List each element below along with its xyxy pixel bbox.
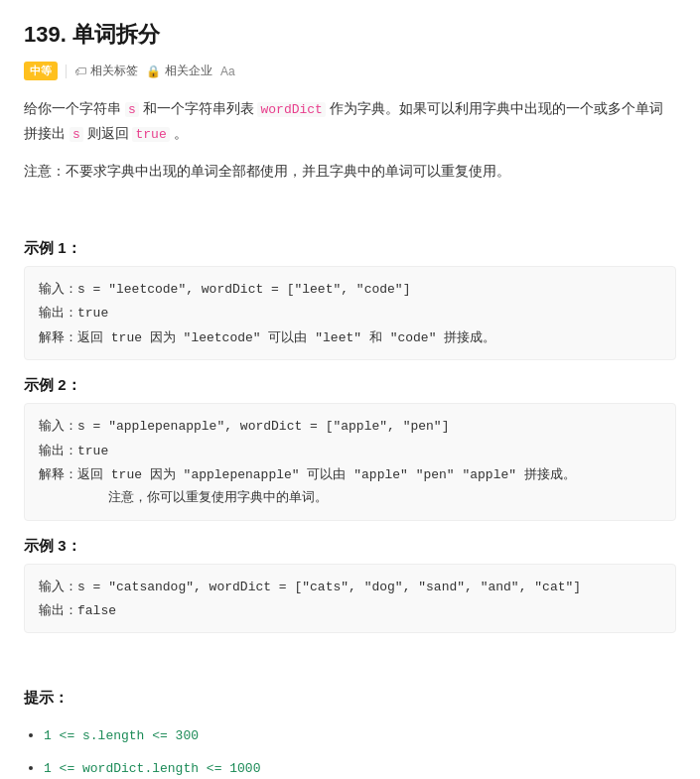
example-3-title: 示例 3： xyxy=(24,537,676,556)
example-1: 示例 1： 输入：s = "leetcode", wordDict = ["le… xyxy=(24,239,676,360)
example-1-output: 输出：true xyxy=(39,301,661,325)
example-2: 示例 2： 输入：s = "applepenapple", wordDict =… xyxy=(24,376,676,521)
hint-item-1: 1 <= s.length <= 300 xyxy=(44,719,676,751)
tag-icon: 🏷 xyxy=(74,65,86,78)
s-code: s xyxy=(125,102,139,117)
hint-item-2: 1 <= wordDict.length <= 1000 xyxy=(44,752,676,779)
example-2-input: 输入：s = "applepenapple", wordDict = ["app… xyxy=(39,414,661,438)
font-size-icon: Aa xyxy=(220,65,235,78)
example-3-box: 输入：s = "catsandog", wordDict = ["cats", … xyxy=(24,564,676,634)
example-3-output: 输出：false xyxy=(39,598,661,622)
difficulty-badge[interactable]: 中等 xyxy=(24,62,58,80)
hints-list: 1 <= s.length <= 300 1 <= wordDict.lengt… xyxy=(24,719,676,779)
example-2-explanation: 解释：返回 true 因为 "applepenapple" 可以由 "apple… xyxy=(39,462,661,510)
related-companies-button[interactable]: 🔒 相关企业 xyxy=(146,63,212,79)
hints-title: 提示： xyxy=(24,689,676,708)
example-2-box: 输入：s = "applepenapple", wordDict = ["app… xyxy=(24,403,676,521)
true-code: true xyxy=(132,127,169,142)
lock-icon: 🔒 xyxy=(146,65,161,78)
description: 给你一个字符串 s 和一个字符串列表 wordDict 作为字典。如果可以利用字… xyxy=(24,96,676,147)
example-3: 示例 3： 输入：s = "catsandog", wordDict = ["c… xyxy=(24,537,676,634)
spacer-2 xyxy=(24,649,676,669)
example-3-input: 输入：s = "catsandog", wordDict = ["cats", … xyxy=(39,575,661,598)
related-tags-button[interactable]: 🏷 相关标签 xyxy=(74,63,138,79)
note: 注意：不要求字典中出现的单词全部都使用，并且字典中的单词可以重复使用。 xyxy=(24,159,676,184)
example-1-explanation: 解释：返回 true 因为 "leetcode" 可以由 "leet" 和 "c… xyxy=(39,325,661,349)
example-1-title: 示例 1： xyxy=(24,239,676,258)
hint-1-code: 1 <= s.length <= 300 xyxy=(44,728,199,743)
font-size-button[interactable]: Aa xyxy=(220,65,235,78)
divider-1 xyxy=(66,65,67,78)
example-2-title: 示例 2： xyxy=(24,376,676,395)
spacer-1 xyxy=(24,203,676,223)
page-title: 139. 单词拆分 xyxy=(24,20,676,50)
worddict-code: wordDict xyxy=(257,102,325,117)
s-code-2: s xyxy=(70,127,83,142)
example-1-box: 输入：s = "leetcode", wordDict = ["leet", "… xyxy=(24,266,676,360)
example-1-input: 输入：s = "leetcode", wordDict = ["leet", "… xyxy=(39,277,661,301)
related-companies-label: 相关企业 xyxy=(165,63,212,79)
hint-2-code: 1 <= wordDict.length <= 1000 xyxy=(44,761,260,776)
example-2-output: 输出：true xyxy=(39,439,661,462)
tags-row: 中等 🏷 相关标签 🔒 相关企业 Aa xyxy=(24,62,676,80)
related-tags-label: 相关标签 xyxy=(90,63,138,79)
